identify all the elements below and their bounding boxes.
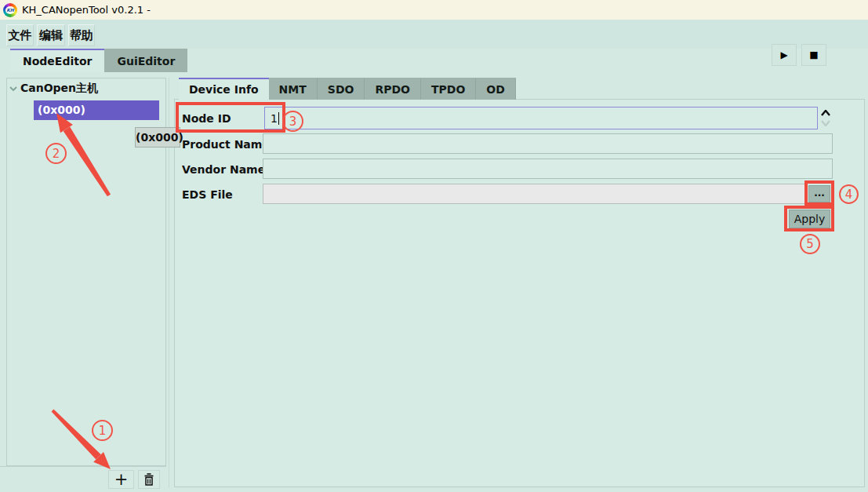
- tab-tpdo[interactable]: TPDO: [421, 78, 476, 100]
- device-info-panel: [174, 99, 865, 487]
- tree-node-selected[interactable]: (0x000): [34, 100, 159, 120]
- tab-device-info[interactable]: Device Info: [179, 78, 269, 100]
- device-tab-bar: Device Info NMT SDO RPDO TPDO OD: [179, 78, 516, 100]
- menu-bar: 文件 编辑 帮助 ▶ ■: [0, 20, 868, 49]
- node-tooltip: (0x000): [135, 127, 180, 148]
- spinner-down-button[interactable]: [820, 118, 831, 128]
- node-id-input[interactable]: 1: [264, 107, 818, 129]
- stop-icon: ■: [809, 49, 818, 60]
- app-window: KH_CANopenTool v0.2.1 - 文件 编辑 帮助 ▶ ■ Nod…: [0, 0, 868, 492]
- menu-file[interactable]: 文件: [6, 24, 34, 46]
- editor-tab-bar: NodeEditor GuiEditor: [10, 49, 187, 72]
- tab-rpdo[interactable]: RPDO: [365, 78, 421, 100]
- product-name-label: Product Name: [182, 138, 270, 151]
- vendor-name-input[interactable]: [263, 159, 833, 179]
- menu-edit[interactable]: 编辑: [37, 24, 65, 46]
- app-logo-icon: [3, 3, 17, 17]
- play-icon: ▶: [780, 49, 787, 60]
- plus-icon: +: [114, 472, 129, 487]
- title-bar: KH_CANopenTool v0.2.1 -: [0, 0, 868, 20]
- delete-node-button[interactable]: [138, 470, 160, 489]
- text-cursor: [278, 112, 280, 125]
- eds-file-input[interactable]: [263, 184, 805, 204]
- node-id-label: Node ID: [182, 112, 231, 125]
- apply-button[interactable]: Apply: [789, 210, 830, 228]
- stop-button[interactable]: ■: [801, 44, 826, 66]
- node-id-value: 1: [271, 112, 278, 125]
- tree-toolbar-divider: [0, 466, 166, 467]
- spinner-up-icon: [821, 110, 830, 116]
- product-name-input[interactable]: [263, 133, 833, 154]
- tree-root-row[interactable]: CanOpen主机: [9, 82, 98, 96]
- tab-sdo[interactable]: SDO: [318, 78, 365, 100]
- eds-file-label: EDS File: [182, 188, 233, 201]
- window-title: KH_CANopenTool v0.2.1 -: [22, 4, 151, 16]
- browse-eds-button[interactable]: ...: [808, 185, 830, 202]
- chevron-down-icon[interactable]: [9, 86, 17, 92]
- tab-node-editor[interactable]: NodeEditor: [10, 49, 104, 72]
- spinner-down-icon: [821, 120, 830, 126]
- tab-gui-editor[interactable]: GuiEditor: [104, 49, 187, 72]
- add-node-button[interactable]: +: [108, 470, 134, 489]
- tab-nmt[interactable]: NMT: [269, 78, 318, 100]
- run-button[interactable]: ▶: [772, 44, 797, 66]
- vendor-name-label: Vendor Name: [182, 163, 265, 176]
- spinner-up-button[interactable]: [820, 108, 831, 118]
- menu-help[interactable]: 帮助: [68, 24, 95, 46]
- tree-root-label: CanOpen主机: [20, 82, 98, 96]
- trash-icon: [143, 472, 155, 487]
- tab-od[interactable]: OD: [476, 78, 516, 100]
